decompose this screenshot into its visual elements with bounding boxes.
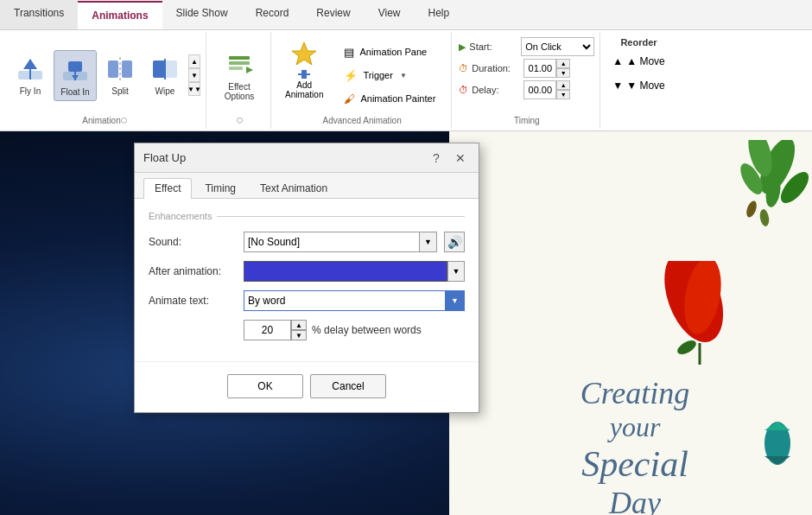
animation-pane-button[interactable]: ▤ Animation Pane [339,41,441,63]
reorder-label: Reorder [620,37,657,48]
animation-scroll: Fly In Float In [9,50,200,101]
dialog-footer: OK Cancel [135,361,479,412]
duration-spin-up[interactable]: ▲ [556,59,570,68]
fly-in-label: Fly In [20,86,41,96]
trigger-label: Trigger [363,70,392,80]
ok-button[interactable]: OK [227,374,303,398]
after-animation-control: ▼ [244,261,465,282]
delay-input[interactable]: 00.00 [523,80,556,99]
animation-painter-label: Animation Painter [360,93,435,104]
delay-percent-input[interactable]: 20 [244,320,291,340]
ribbon-tab-bar: Transitions Animations Slide Show Record… [0,0,812,30]
wipe-button[interactable]: Wipe [143,50,187,101]
reorder-content: Reorder ▲ ▲ Move ▼ ▼ Move [607,34,669,127]
dialog-tab-timing[interactable]: Timing [193,178,247,198]
duration-spin-down[interactable]: ▼ [556,68,570,78]
dialog-help-button[interactable]: ? [427,149,446,168]
add-animation-icon [289,41,320,80]
svg-marker-17 [292,42,316,65]
animation-group: Fly In Float In [3,32,206,129]
delay-percent-row: 20 ▲ ▼ % delay between words [149,320,465,340]
start-icon: ▶ [459,41,466,53]
animate-text-control: By word ▼ [244,290,465,311]
dialog-tab-text-animation[interactable]: Text Animation [249,178,339,198]
delay-spin-down[interactable]: ▼ [556,90,570,99]
scroll-more-arrow[interactable]: ▼▼ [188,82,200,96]
tab-animations[interactable]: Animations [78,1,162,29]
advanced-animation-content: Add Animation ▤ Animation Pane ⚡ Trigger… [278,34,446,113]
slide-text-your: your [466,411,803,443]
timing-group: ▶ Start: On Click ⏱ Duration: 01.00 ▲ ▼ [454,32,600,129]
delay-input-wrap: 00.00 ▲ ▼ [523,80,570,99]
effect-options-label: Effect Options [225,82,254,101]
fly-in-icon [15,54,46,85]
add-animation-button[interactable]: Add Animation [278,37,330,103]
duration-input[interactable]: 01.00 [523,59,556,78]
slide-text: Creating your Special Day [466,375,803,515]
float-in-button[interactable]: Float In [54,50,97,101]
delay-percent-spin-down[interactable]: ▼ [291,330,307,340]
duration-icon: ⏱ [459,63,468,73]
split-button[interactable]: Split [98,50,142,101]
duration-label: Duration: [472,63,520,73]
delay-spin-up[interactable]: ▲ [556,80,570,90]
delay-percent-spin-up[interactable]: ▲ [291,320,307,330]
tab-view[interactable]: View [365,0,415,29]
animate-text-input[interactable]: By word [244,290,446,311]
enhancements-section-label: Enhancements [149,211,465,221]
leaves-decoration [639,140,812,313]
slide-text-day: Day [466,485,803,515]
svg-rect-4 [68,61,82,72]
animation-painter-button[interactable]: 🖌 Animation Painter [339,87,441,110]
tab-record[interactable]: Record [242,0,303,29]
tab-transitions[interactable]: Transitions [0,0,78,29]
move-later-button[interactable]: ▼ ▼ Move [607,75,669,96]
delay-spinners: ▲ ▼ [556,80,570,99]
animation-group-footer: Animation ⬡ [9,113,200,127]
sound-dropdown-btn[interactable]: ▼ [420,232,437,252]
animate-text-dropdown-btn[interactable]: ▼ [446,290,465,311]
float-in-icon [60,54,91,86]
trigger-button[interactable]: ⚡ Trigger ▼ [339,64,441,86]
sound-input[interactable]: [No Sound] [244,232,420,252]
delay-percent-input-wrap: 20 ▲ ▼ % delay between words [244,320,422,340]
advanced-animation-group-label: Advanced Animation [323,116,402,127]
svg-rect-7 [108,60,118,78]
slide-content: 1 Creating your Special Day [449,131,812,515]
dialog-titlebar: Float Up ? ✕ [135,143,479,173]
slide-text-special: Special [466,443,803,485]
cancel-button[interactable]: Cancel [310,374,386,398]
fly-in-button[interactable]: Fly In [9,50,52,101]
start-select[interactable]: On Click [521,37,594,56]
duration-row: ⏱ Duration: 01.00 ▲ ▼ [459,59,570,78]
move-earlier-button[interactable]: ▲ ▲ Move [607,51,669,72]
animation-expand-icon[interactable]: ⬡ [121,117,127,124]
wipe-icon [149,54,181,85]
effect-options-expand-icon[interactable]: ⬡ [237,117,243,124]
dialog-close-button[interactable]: ✕ [451,149,470,168]
scroll-down-arrow[interactable]: ▼ [188,68,200,82]
ribbon-body: Fly In Float In [0,30,812,130]
animation-pane-label: Animation Pane [359,47,427,57]
svg-point-29 [745,200,758,219]
dialog-tab-effect[interactable]: Effect [143,178,192,199]
duration-spinners: ▲ ▼ [556,59,570,78]
effect-options-button[interactable]: Effect Options [213,46,265,105]
tab-help[interactable]: Help [414,0,463,29]
after-animation-dropdown-btn[interactable]: ▼ [447,261,465,282]
sound-play-button[interactable]: 🔊 [444,232,465,252]
tab-slideshow[interactable]: Slide Show [162,0,242,29]
advanced-animation-stacked: ▤ Animation Pane ⚡ Trigger ▼ 🖌 Animation… [333,37,446,113]
tab-review[interactable]: Review [302,0,364,29]
delay-percent-spinners: ▲ ▼ [291,320,307,340]
after-animation-label: After animation: [149,265,244,277]
delay-label: Delay: [472,85,520,95]
effect-options-footer: ​ ⬡ [213,113,265,127]
scroll-up-arrow[interactable]: ▲ [188,54,200,68]
move-earlier-icon: ▲ [612,55,623,67]
start-row: ▶ Start: On Click [459,37,594,56]
timing-group-label: Timing [514,116,540,127]
trigger-dropdown-arrow: ▼ [400,72,407,79]
svg-rect-13 [229,56,250,60]
svg-rect-14 [229,61,250,65]
